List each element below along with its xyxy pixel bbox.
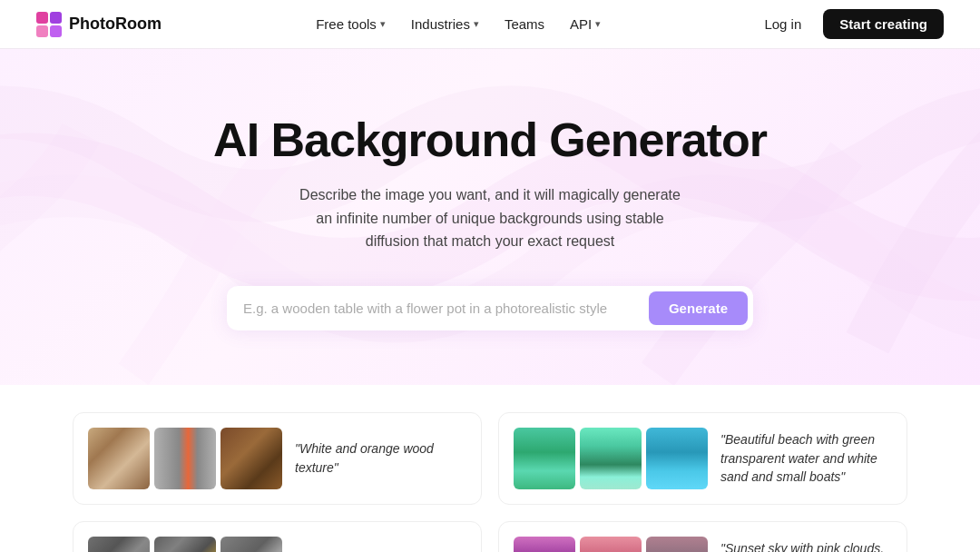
- gallery-images-wood: [88, 428, 282, 489]
- sunset-image-3: [646, 537, 708, 552]
- wood-image-1: [88, 428, 150, 489]
- gallery-caption-marble: "Grey marble with gold veins, close up v…: [295, 548, 466, 552]
- chevron-down-icon: ▾: [474, 18, 479, 30]
- gallery-card-sunset: "Sunset sky with pink clouds, view from …: [498, 521, 907, 552]
- chevron-down-icon: ▾: [380, 18, 386, 30]
- gallery-caption-sunset: "Sunset sky with pink clouds, view from …: [720, 539, 892, 552]
- nav-links: Free tools ▾ Industries ▾ Teams API ▾: [316, 16, 601, 32]
- beach-image-2: [580, 428, 642, 489]
- svg-rect-3: [50, 25, 62, 37]
- beach-image-1: [514, 428, 575, 489]
- nav-api[interactable]: API ▾: [570, 16, 601, 32]
- sunset-image-1: [514, 537, 575, 552]
- login-button[interactable]: Log in: [755, 11, 810, 37]
- gallery-caption-wood: "White and orange wood texture": [295, 439, 466, 477]
- chevron-down-icon: ▾: [595, 18, 601, 30]
- nav-free-tools[interactable]: Free tools ▾: [316, 16, 386, 32]
- sunset-image-2: [580, 537, 642, 552]
- hero-section: AI Background Generator Describe the ima…: [0, 49, 980, 385]
- generate-button[interactable]: Generate: [649, 291, 748, 325]
- marble-image-1: [88, 537, 150, 552]
- gallery-images-marble: [88, 537, 282, 552]
- nav-actions: Log in Start creating: [755, 9, 944, 39]
- search-box: Generate: [227, 286, 753, 330]
- gallery-card-beach: "Beautiful beach with green transparent …: [498, 412, 907, 505]
- logo-text: PhotoRoom: [69, 15, 162, 34]
- start-creating-button[interactable]: Start creating: [823, 9, 944, 39]
- logo-icon: [36, 12, 62, 37]
- gallery-card-marble: "Grey marble with gold veins, close up v…: [73, 521, 482, 552]
- navigation: PhotoRoom Free tools ▾ Industries ▾ Team…: [0, 0, 980, 49]
- wood-image-3: [220, 428, 282, 489]
- svg-rect-2: [36, 25, 48, 37]
- marble-image-2: [154, 537, 216, 552]
- svg-rect-0: [36, 12, 48, 24]
- nav-teams[interactable]: Teams: [505, 16, 544, 32]
- logo[interactable]: PhotoRoom: [36, 12, 162, 37]
- gallery-section: "White and orange wood texture" "Beautif…: [36, 385, 944, 552]
- beach-image-3: [646, 428, 708, 489]
- marble-image-3: [220, 537, 282, 552]
- gallery-caption-beach: "Beautiful beach with green transparent …: [720, 430, 892, 486]
- nav-industries[interactable]: Industries ▾: [411, 16, 479, 32]
- gallery-images-sunset: [514, 537, 708, 552]
- gallery-images-beach: [514, 428, 708, 489]
- gallery-card-wood: "White and orange wood texture": [73, 412, 482, 505]
- wood-image-2: [154, 428, 216, 489]
- hero-title: AI Background Generator: [18, 113, 962, 167]
- prompt-input[interactable]: [243, 291, 649, 325]
- hero-subtitle: Describe the image you want, and it will…: [299, 183, 681, 253]
- svg-rect-1: [50, 12, 62, 24]
